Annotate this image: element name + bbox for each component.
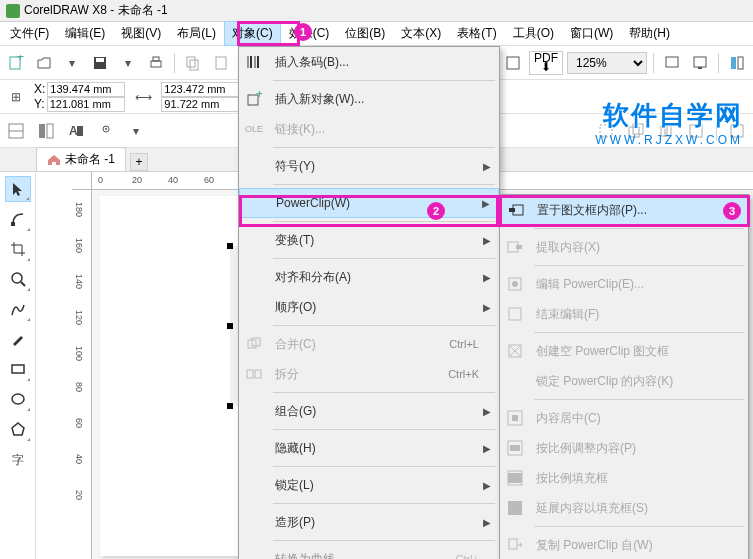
svg-rect-4 — [151, 61, 161, 67]
chevron-right-icon: ▶ — [482, 198, 490, 209]
pick-tool[interactable] — [5, 176, 31, 202]
menu-text[interactable]: 文本(X) — [393, 21, 449, 46]
svg-rect-46 — [255, 370, 261, 378]
menu-layout[interactable]: 布局(L) — [169, 21, 224, 46]
svg-text:字: 字 — [12, 453, 24, 467]
svg-rect-10 — [666, 57, 678, 67]
selection-handle[interactable] — [227, 243, 233, 249]
save-dropdown[interactable]: ▾ — [116, 51, 140, 75]
menu-break-apart: 拆分Ctrl+K — [239, 359, 499, 389]
grid-icon[interactable]: ⊞ — [4, 85, 28, 109]
fullscreen-button[interactable] — [660, 51, 684, 75]
pb-icon-2[interactable] — [34, 119, 58, 143]
menu-insert-new-object[interactable]: +插入新对象(W)... — [239, 84, 499, 114]
pb-icon-4[interactable] — [94, 119, 118, 143]
submenu-extract: 提取内容(X) — [500, 232, 748, 262]
new-button[interactable]: + — [4, 51, 28, 75]
paste-button[interactable] — [209, 51, 233, 75]
snap-button[interactable] — [501, 51, 525, 75]
chevron-right-icon: ▶ — [483, 302, 491, 313]
chevron-right-icon: ▶ — [483, 235, 491, 246]
pb-icon-3[interactable]: A — [64, 119, 88, 143]
chevron-right-icon: ▶ — [483, 480, 491, 491]
svg-point-34 — [12, 394, 24, 404]
app-icon — [6, 4, 20, 18]
svg-rect-8 — [216, 57, 226, 69]
svg-rect-30 — [11, 222, 15, 226]
svg-rect-14 — [738, 57, 743, 69]
menu-transform[interactable]: 变换(T)▶ — [239, 225, 499, 255]
text-tool[interactable]: 字 — [5, 446, 31, 472]
pb-icon-1[interactable] — [4, 119, 28, 143]
vertical-ruler: 180 160 140 120 100 80 60 40 20 — [72, 190, 92, 559]
menu-table[interactable]: 表格(T) — [449, 21, 504, 46]
svg-text:A: A — [69, 124, 78, 138]
artistic-media-tool[interactable] — [5, 326, 31, 352]
shape-tool[interactable] — [5, 206, 31, 232]
pdf-export-button[interactable]: PDF⬇ — [529, 51, 563, 75]
y-input[interactable] — [47, 97, 125, 112]
open-button[interactable] — [32, 51, 56, 75]
position-group: X: Y: — [34, 82, 125, 112]
menu-file[interactable]: 文件(F) — [2, 21, 57, 46]
plus-icon: + — [239, 84, 269, 114]
zoom-select[interactable]: 125% — [567, 52, 647, 74]
copy-button[interactable] — [181, 51, 205, 75]
zoom-tool[interactable] — [5, 266, 31, 292]
svg-rect-6 — [187, 57, 195, 67]
menu-window[interactable]: 窗口(W) — [562, 21, 621, 46]
object-menu-dropdown: 插入条码(B)... +插入新对象(W)... OLE链接(K)... 符号(Y… — [238, 46, 500, 559]
svg-marker-35 — [12, 423, 24, 435]
menu-hide[interactable]: 隐藏(H)▶ — [239, 433, 499, 463]
barcode-icon — [239, 47, 269, 77]
pb-dropdown[interactable]: ▾ — [124, 119, 148, 143]
selection-handle[interactable] — [227, 403, 233, 409]
fit-prop-icon — [500, 433, 530, 463]
add-tab-button[interactable]: + — [130, 153, 148, 171]
selection-handle[interactable] — [227, 323, 233, 329]
save-button[interactable] — [88, 51, 112, 75]
width-input[interactable] — [161, 82, 239, 97]
menu-view[interactable]: 视图(V) — [113, 21, 169, 46]
toolbox: 字 — [0, 172, 36, 559]
menu-bitmap[interactable]: 位图(B) — [337, 21, 393, 46]
merge-icon — [239, 329, 269, 359]
menu-insert-barcode[interactable]: 插入条码(B)... — [239, 47, 499, 77]
submenu-place-inside[interactable]: 置于图文框内部(P)... — [500, 195, 748, 225]
svg-rect-7 — [190, 60, 198, 70]
svg-rect-18 — [47, 124, 53, 138]
height-input[interactable] — [161, 97, 239, 112]
crop-tool[interactable] — [5, 236, 31, 262]
menu-convert-curves[interactable]: 转换为曲线Ctrl+ — [239, 544, 499, 559]
screen-button[interactable] — [688, 51, 712, 75]
menu-group[interactable]: 组合(G)▶ — [239, 396, 499, 426]
finish-edit-icon — [500, 299, 530, 329]
polygon-tool[interactable] — [5, 416, 31, 442]
menu-tools[interactable]: 工具(O) — [505, 21, 562, 46]
menu-edit[interactable]: 编辑(E) — [57, 21, 113, 46]
menu-shaping[interactable]: 造形(P)▶ — [239, 507, 499, 537]
open-dropdown[interactable]: ▾ — [60, 51, 84, 75]
ellipse-tool[interactable] — [5, 386, 31, 412]
menu-order[interactable]: 顺序(O)▶ — [239, 292, 499, 322]
empty-frame-icon — [500, 336, 530, 366]
layout-button[interactable] — [725, 51, 749, 75]
menu-object[interactable]: 对象(C) — [224, 21, 281, 46]
place-inside-icon — [501, 196, 531, 224]
menu-align-distribute[interactable]: 对齐和分布(A)▶ — [239, 262, 499, 292]
freehand-tool[interactable] — [5, 296, 31, 322]
ole-icon: OLE — [239, 114, 269, 144]
print-button[interactable] — [144, 51, 168, 75]
document-tab[interactable]: 未命名 -1 — [36, 147, 126, 171]
menu-lock[interactable]: 锁定(L)▶ — [239, 470, 499, 500]
submenu-copy-from: 复制 PowerClip 自(W) — [500, 530, 748, 559]
svg-rect-17 — [39, 124, 45, 138]
menu-powerclip[interactable]: PowerClip(W)▶ — [239, 188, 499, 218]
extract-icon — [500, 232, 530, 262]
rectangle-tool[interactable] — [5, 356, 31, 382]
x-input[interactable] — [47, 82, 125, 97]
svg-rect-63 — [508, 501, 522, 515]
menu-symbol[interactable]: 符号(Y)▶ — [239, 151, 499, 181]
submenu-edit: 编辑 PowerClip(E)... — [500, 269, 748, 299]
menu-help[interactable]: 帮助(H) — [621, 21, 678, 46]
